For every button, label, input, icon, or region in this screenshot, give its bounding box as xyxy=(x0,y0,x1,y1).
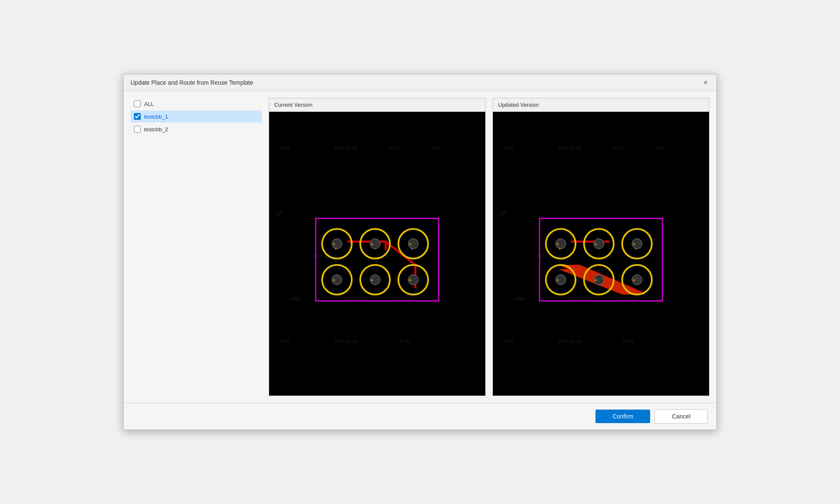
watermark: r919 xyxy=(655,146,665,151)
checkbox-testcbb2[interactable] xyxy=(134,126,141,133)
dialog: Update Place and Route from Reuse Templa… xyxy=(123,74,717,430)
confirm-button[interactable]: Confirm xyxy=(595,410,650,423)
watermark: r919 xyxy=(431,146,441,151)
svg-text:+: + xyxy=(371,278,373,282)
watermark: 17-51 xyxy=(399,339,411,344)
dialog-title: Update Place and Route from Reuse Templa… xyxy=(131,79,253,86)
current-version-canvas: r768 2023-11-01 17-51 r919 r768 2023-11-… xyxy=(269,112,485,396)
footer: Confirm Cancel xyxy=(124,403,716,429)
watermark: r768 xyxy=(273,209,284,218)
watermark: r768 xyxy=(497,209,507,218)
svg-text:2: 2 xyxy=(335,247,337,251)
watermark: r768 xyxy=(280,339,289,344)
left-panel: ALL testcbb_1 testcbb_2 xyxy=(131,98,262,396)
checkbox-item-testcbb2[interactable]: testcbb_2 xyxy=(131,123,262,135)
watermark: r768 xyxy=(515,296,524,302)
preview-panels: Current Version r768 2023-11-01 17-51 r9… xyxy=(269,98,709,396)
updated-version-panel: Updated Version r768 2023-11-01 17-51 r9… xyxy=(492,98,709,396)
updated-version-header: Updated Version xyxy=(493,98,709,112)
current-version-panel: Current Version r768 2023-11-01 17-51 r9… xyxy=(269,98,486,396)
svg-text:1: 1 xyxy=(634,247,637,251)
svg-text:+: + xyxy=(633,278,635,282)
svg-text:+: + xyxy=(556,242,559,246)
updated-version-canvas: r768 2023-11-01 17-51 r919 r768 2023-11-… xyxy=(493,112,709,396)
svg-text:+: + xyxy=(371,242,373,246)
svg-text:+: + xyxy=(333,278,335,282)
checkbox-label-testcbb2: testcbb_2 xyxy=(144,126,168,133)
watermark: r768 xyxy=(291,296,300,302)
checkbox-item-testcbb1[interactable]: testcbb_1 xyxy=(131,111,262,122)
watermark: 2023-11-01 xyxy=(558,146,581,151)
svg-text:+: + xyxy=(595,278,597,282)
watermark: 17-51 xyxy=(623,339,634,344)
current-version-header: Current Version xyxy=(269,98,485,112)
watermark: r768 xyxy=(504,146,513,151)
cancel-button[interactable]: Cancel xyxy=(654,409,708,424)
watermark: 17-51 xyxy=(388,146,400,151)
svg-text:+: + xyxy=(595,242,597,246)
watermark: r768 xyxy=(280,146,289,151)
watermark: r768 xyxy=(504,339,513,344)
checkbox-testcbb1[interactable] xyxy=(134,113,141,120)
svg-text:+: + xyxy=(333,242,335,246)
checkbox-all[interactable] xyxy=(134,100,141,107)
svg-text:2: 2 xyxy=(559,247,561,251)
watermark: 2023-11-01 xyxy=(334,339,358,344)
current-version-pcb: + 2 + + 1 + xyxy=(309,210,445,307)
svg-text:+: + xyxy=(409,278,412,282)
checkbox-label-all: ALL xyxy=(144,101,154,107)
watermark: 2023-11-01 xyxy=(558,339,581,344)
content-area: ALL testcbb_1 testcbb_2 Current Version … xyxy=(124,91,716,403)
updated-version-pcb: + 2 + + 1 + xyxy=(533,210,669,307)
checkbox-item-all[interactable]: ALL xyxy=(131,98,262,110)
svg-text:+: + xyxy=(633,242,635,246)
title-bar: Update Place and Route from Reuse Templa… xyxy=(124,75,716,91)
svg-text:+: + xyxy=(409,242,412,246)
watermark: 2023-11-01 xyxy=(334,146,358,151)
close-button[interactable]: × xyxy=(701,79,709,86)
watermark: 17-51 xyxy=(612,146,624,151)
checkbox-label-testcbb1: testcbb_1 xyxy=(144,114,168,120)
svg-text:+: + xyxy=(556,278,559,282)
svg-text:1: 1 xyxy=(411,247,413,251)
